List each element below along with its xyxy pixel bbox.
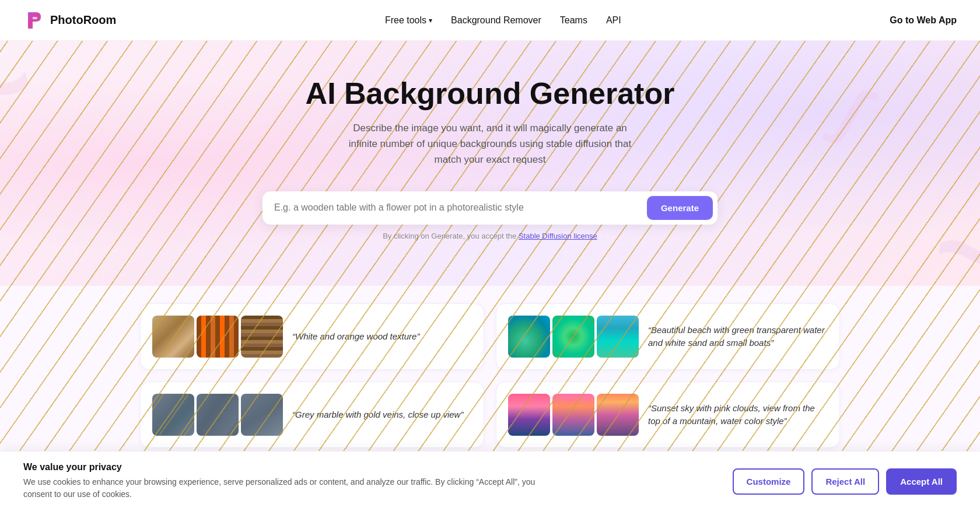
nav-background-remover[interactable]: Background Remover: [451, 15, 541, 26]
stable-diffusion-license-link[interactable]: Stable Diffusion license: [519, 232, 597, 240]
license-notice: By clicking on Generate, you accept the …: [23, 232, 957, 240]
nav-free-tools[interactable]: Free tools ▾: [385, 15, 432, 26]
hero-subtitle: Describe the image you want, and it will…: [338, 120, 642, 168]
main-nav: Free tools ▾ Background Remover Teams AP…: [385, 15, 621, 26]
nav-api[interactable]: API: [606, 15, 621, 26]
search-box: Generate: [262, 191, 718, 225]
generate-button[interactable]: Generate: [647, 196, 713, 220]
search-input[interactable]: [274, 198, 647, 218]
logo-area[interactable]: PhotoRoom: [23, 10, 116, 31]
header: PhotoRoom Free tools ▾ Background Remove…: [0, 0, 980, 41]
examples-grid: “White and orange wood texture”“Beautifu…: [140, 303, 840, 448]
cookie-title: We value your privacy: [23, 462, 548, 466]
hero-title: AI Background Generator: [23, 76, 957, 111]
chevron-down-icon: ▾: [429, 16, 432, 24]
cookie-content: We value your privacy We use cookies to …: [23, 462, 548, 466]
example-image-marble-2: [241, 394, 283, 436]
photoroom-logo-icon: [23, 10, 44, 31]
example-images-marble: [152, 394, 283, 436]
search-area: Generate: [262, 191, 718, 225]
logo-text: PhotoRoom: [50, 13, 116, 27]
cookie-banner: We value your privacy We use cookies to …: [0, 451, 980, 466]
nav-teams[interactable]: Teams: [560, 15, 587, 26]
example-card-marble[interactable]: “Grey marble with gold veins, close up v…: [140, 382, 484, 448]
examples-section: “White and orange wood texture”“Beautifu…: [0, 286, 980, 466]
go-to-web-app-link[interactable]: Go to Web App: [890, 15, 957, 26]
